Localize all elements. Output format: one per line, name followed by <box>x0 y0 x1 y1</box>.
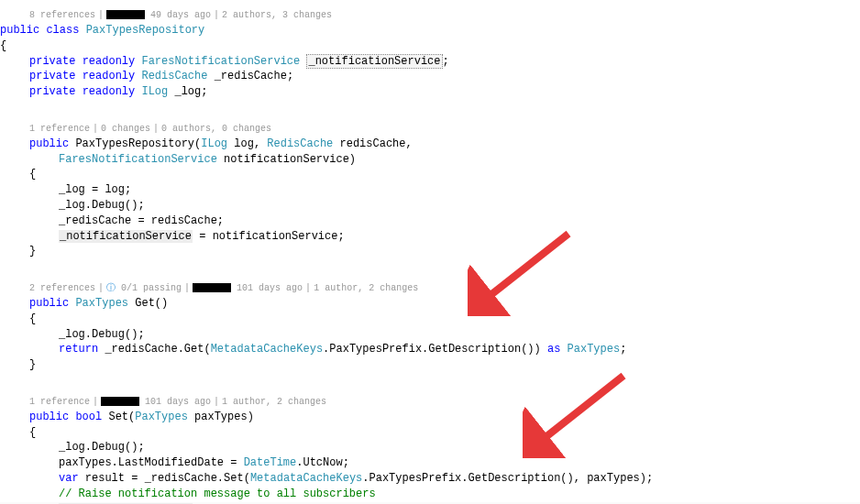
codelens-refs: 1 reference <box>29 397 90 407</box>
codelens-time: 101 days ago <box>237 283 303 293</box>
codelens-time: 101 days ago <box>145 397 211 407</box>
code-line[interactable]: paxTypes.LastModifiedDate = DateTime.Utc… <box>0 455 860 471</box>
code-line[interactable]: private readonly FaresNotificationServic… <box>0 54 860 70</box>
symbol-highlighted: _notificationService <box>306 54 442 69</box>
codelens-get[interactable]: 2 references|ⓘ 0/1 passing| 101 days ago… <box>0 282 860 295</box>
code-line[interactable]: FaresNotificationService notificationSer… <box>0 152 860 168</box>
code-line[interactable]: _redisCache = redisCache; <box>0 214 860 229</box>
code-editor[interactable]: 8 references| 49 days ago|2 authors, 3 c… <box>0 9 860 504</box>
codelens-refs: 8 references <box>29 10 95 20</box>
codelens-passing: 0/1 passing <box>121 283 182 293</box>
blank-line[interactable] <box>0 100 860 115</box>
code-line[interactable]: return _redisCache.Get(MetadataCacheKeys… <box>0 342 860 357</box>
code-line[interactable]: _log = log; <box>0 182 860 198</box>
symbol-reference: _notificationService <box>59 230 193 243</box>
redacted-author <box>106 10 145 19</box>
code-line[interactable]: _log.Debug(); <box>0 327 860 343</box>
code-line[interactable]: private readonly RedisCache _redisCache; <box>0 69 860 84</box>
code-line[interactable]: } <box>0 244 860 259</box>
code-line[interactable]: var result = _redisCache.Set(MetadataCac… <box>0 471 860 487</box>
code-line[interactable]: { <box>0 38 860 54</box>
code-line[interactable]: _log.Debug(); <box>0 198 860 214</box>
code-line[interactable]: public PaxTypes Get() <box>0 296 860 312</box>
codelens-changes: 0 changes <box>101 124 150 134</box>
codelens-authors: 2 authors, 3 changes <box>222 10 332 20</box>
codelens-authors: 1 author, 2 changes <box>314 283 418 293</box>
codelens-ctor[interactable]: 1 reference|0 changes|0 authors, 0 chang… <box>0 123 860 136</box>
redacted-author <box>193 283 231 292</box>
code-line[interactable]: private readonly ILog _log; <box>0 84 860 100</box>
code-line[interactable]: _log.Debug(); <box>0 440 860 455</box>
code-line[interactable]: public class PaxTypesRepository <box>0 23 860 38</box>
code-line[interactable]: _notificationService = notificationServi… <box>0 229 860 245</box>
code-line[interactable]: public PaxTypesRepository(ILog log, Redi… <box>0 137 860 152</box>
code-line[interactable]: } <box>0 357 860 373</box>
blank-line[interactable] <box>0 259 860 275</box>
code-line[interactable]: { <box>0 425 860 441</box>
blank-line[interactable] <box>0 373 860 389</box>
code-line[interactable]: { <box>0 167 860 182</box>
code-line[interactable]: public bool Set(PaxTypes paxTypes) <box>0 410 860 425</box>
codelens-refs: 1 reference <box>29 124 90 134</box>
info-icon: ⓘ <box>106 283 116 293</box>
codelens-authors: 0 authors, 0 changes <box>161 124 271 134</box>
code-line[interactable]: // Raise notification message to all sub… <box>0 487 860 502</box>
codelens-class[interactable]: 8 references| 49 days ago|2 authors, 3 c… <box>0 9 860 22</box>
code-line[interactable]: { <box>0 312 860 327</box>
redacted-author <box>101 397 139 406</box>
codelens-set[interactable]: 1 reference| 101 days ago|1 author, 2 ch… <box>0 396 860 409</box>
codelens-refs: 2 references <box>29 283 95 293</box>
codelens-authors: 1 author, 2 changes <box>222 397 326 407</box>
codelens-time: 49 days ago <box>150 10 211 20</box>
